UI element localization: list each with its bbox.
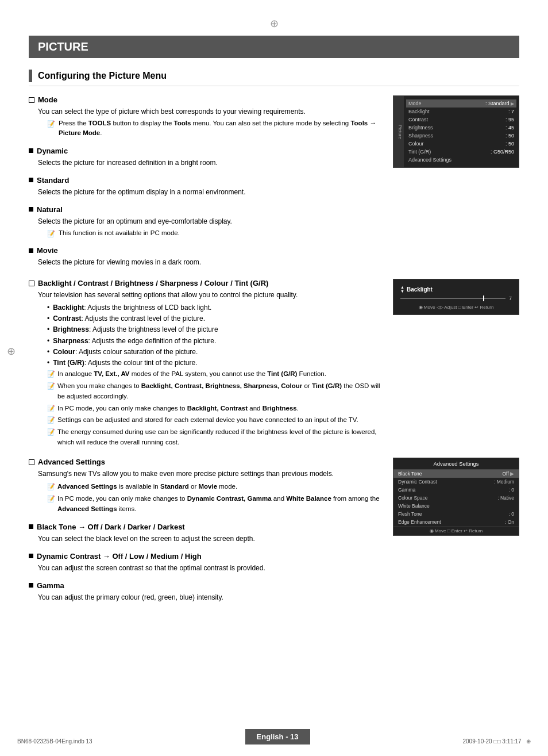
- dynamic-body: Selects the picture for increased defini…: [38, 158, 381, 168]
- bullet-sharpness: Sharpness: Adjusts the edge definition o…: [47, 336, 381, 347]
- adv-row-colour-space: Colour Space : Native: [393, 494, 519, 502]
- advanced-notes: 📝 Advanced Settings is available in Stan…: [47, 481, 381, 514]
- adv-row-black-tone: Black Tone Off ▶: [393, 470, 519, 478]
- topic-mode: Mode You can select the type of picture …: [29, 95, 381, 139]
- section-title: Configuring the Picture Menu: [29, 70, 519, 86]
- tv-menu-backlight: Backlight : 7: [408, 108, 514, 116]
- natural-note: 📝 This function is not available in PC m…: [47, 228, 381, 239]
- backlight-slider-col: ▲ ▼ Backlight 7 ◉ Move ◁▷ Adjust □ Enter…: [393, 279, 519, 455]
- advanced-body: Samsung's new TVs allow you to make even…: [38, 469, 381, 514]
- footer-right: 2009-10-20 □□ 3:11:17 ⊕: [463, 738, 531, 745]
- backlight-body: Your television has several setting opti…: [38, 290, 381, 447]
- page-title: PICTURE: [29, 36, 519, 58]
- movie-heading: Movie: [29, 246, 381, 255]
- tv-menu-contrast: Contrast : 95: [408, 116, 514, 124]
- standard-body: Selects the picture for the optimum disp…: [38, 187, 381, 197]
- bullet-backlight: Backlight: Adjusts the brightness of LCD…: [47, 302, 381, 313]
- adv-row-edge: Edge Enhancement : On: [393, 518, 519, 526]
- natural-heading: Natural: [29, 205, 381, 214]
- backlight-text-col: Backlight / Contrast / Brightness / Shar…: [29, 279, 381, 455]
- topic-dynamic-contrast: Dynamic Contrast → Off / Low / Medium / …: [29, 552, 381, 573]
- black-tone-heading: Black Tone → Off / Dark / Darker / Darke…: [29, 523, 381, 531]
- mode-note: 📝 Press the TOOLS button to display the …: [47, 118, 381, 139]
- slider-bar-row: 7: [400, 296, 512, 301]
- backlight-slider-screenshot: ▲ ▼ Backlight 7 ◉ Move ◁▷ Adjust □ Enter…: [393, 279, 519, 315]
- advanced-text-col: Advanced Settings Samsung's new TVs allo…: [29, 458, 381, 610]
- backlight-notes: 📝 In analogue TV, Ext., AV modes of the …: [47, 369, 381, 447]
- slider-value: 7: [509, 296, 512, 301]
- topic-gamma: Gamma You can adjust the primary colour …: [29, 581, 381, 603]
- tv-menu-advanced: Advanced Settings: [408, 156, 514, 164]
- square-icon-standard: [29, 178, 33, 182]
- tv-menu-sharpness: Sharpness : 50: [408, 132, 514, 140]
- checkbox-icon-backlight: [29, 281, 34, 286]
- standard-heading: Standard: [29, 176, 381, 185]
- section-title-text: Configuring the Picture Menu: [38, 71, 167, 81]
- square-icon-movie: [29, 248, 33, 253]
- page-footer: BN68-02325B-04Eng.indb 13 English - 13 2…: [0, 729, 548, 745]
- mode-body: You can select the type of picture which…: [38, 106, 381, 139]
- backlight-section: Backlight / Contrast / Brightness / Shar…: [29, 279, 519, 455]
- tv-menu-inner: Picture Mode : Standard ▶ Backlight : 7 …: [393, 96, 519, 167]
- advanced-heading: Advanced Settings: [29, 458, 381, 466]
- square-icon-natural: [29, 207, 33, 212]
- tv-menu-tint: Tint (G/R) : G50/R50: [408, 148, 514, 156]
- slider-footer: ◉ Move ◁▷ Adjust □ Enter ↩ Return: [400, 305, 512, 310]
- tv-menu-sidebar: Picture: [393, 96, 404, 167]
- checkbox-icon-advanced: [29, 459, 34, 465]
- adv-row-flesh-tone: Flesh Tone : 0: [393, 510, 519, 518]
- black-tone-body: You can select the black level on the sc…: [38, 534, 381, 544]
- slider-thumb: [483, 296, 484, 301]
- note-pc-advanced: 📝 In PC mode, you can only make changes …: [47, 493, 381, 515]
- image-column-top: Picture Mode : Standard ▶ Backlight : 7 …: [393, 95, 519, 275]
- footer-center: English - 13: [92, 729, 463, 745]
- square-icon-dynamic-contrast: [29, 554, 33, 558]
- slider-bar: [400, 298, 505, 299]
- note-icon-natural: 📝: [47, 229, 55, 239]
- tv-menu-mode-row: Mode : Standard ▶: [406, 99, 516, 108]
- tv-menu-content: Mode : Standard ▶ Backlight : 7 Contrast…: [404, 96, 519, 167]
- slider-arrows: ▲ ▼: [400, 285, 404, 293]
- tv-menu-colour: Colour : 50: [408, 140, 514, 148]
- gamma-heading: Gamma: [29, 581, 381, 590]
- dynamic-contrast-heading: Dynamic Contrast → Off / Low / Medium / …: [29, 552, 381, 561]
- content-area: Mode You can select the type of picture …: [29, 95, 519, 275]
- natural-body: Selects the picture for an optimum and e…: [38, 216, 381, 239]
- adv-row-gamma: Gamma : 0: [393, 486, 519, 494]
- topic-natural: Natural Selects the picture for an optim…: [29, 205, 381, 239]
- bullet-brightness: Brightness: Adjusts the brightness level…: [47, 324, 381, 335]
- slider-title-row: ▲ ▼ Backlight: [400, 285, 512, 293]
- note-osd: 📝 When you make changes to Backlight, Co…: [47, 381, 381, 402]
- topic-dynamic: Dynamic Selects the picture for increase…: [29, 147, 381, 168]
- left-cross-decoration: ⊕: [7, 345, 16, 358]
- backlight-bullets: Backlight: Adjusts the brightness of LCD…: [47, 302, 381, 369]
- note-pc-backlight: 📝 In PC mode, you can only make changes …: [47, 403, 381, 414]
- backlight-heading: Backlight / Contrast / Brightness / Shar…: [29, 279, 381, 287]
- square-icon-dynamic: [29, 148, 33, 153]
- mode-heading: Mode: [29, 95, 381, 104]
- top-cross-decoration: ⊕: [29, 17, 519, 30]
- bullet-tint: Tint (G/R): Adjusts the colour tint of t…: [47, 358, 381, 369]
- footer-badge: English - 13: [245, 729, 310, 745]
- topic-standard: Standard Selects the picture for the opt…: [29, 176, 381, 197]
- adv-row-white-balance: White Balance: [393, 502, 519, 510]
- page-container: ⊕ PICTURE Configuring the Picture Menu M…: [0, 0, 548, 756]
- dynamic-heading: Dynamic: [29, 147, 381, 155]
- square-icon-gamma: [29, 583, 33, 588]
- checkbox-icon-mode: [29, 97, 34, 103]
- bullet-colour: Colour: Adjusts colour saturation of the…: [47, 347, 381, 358]
- note-icon: 📝: [47, 119, 55, 129]
- topic-movie: Movie Selects the picture for viewing mo…: [29, 246, 381, 267]
- topic-black-tone: Black Tone → Off / Dark / Darker / Darke…: [29, 523, 381, 544]
- section-title-bar: [29, 70, 32, 82]
- movie-body: Selects the picture for viewing movies i…: [38, 257, 381, 267]
- advanced-settings-screenshot: Advanced Settings Black Tone Off ▶ Dynam…: [393, 458, 519, 536]
- bullet-contrast: Contrast: Adjusts the contrast level of …: [47, 313, 381, 324]
- gamma-body: You can adjust the primary colour (red, …: [38, 592, 381, 603]
- note-energy: 📝 The energy consumed during use can be …: [47, 427, 381, 448]
- footer-left: BN68-02325B-04Eng.indb 13: [17, 738, 92, 745]
- slider-title: Backlight: [407, 286, 433, 293]
- topic-advanced: Advanced Settings Samsung's new TVs allo…: [29, 458, 381, 514]
- tv-menu-brightness: Brightness : 45: [408, 124, 514, 132]
- dynamic-contrast-body: You can adjust the screen contrast so th…: [38, 563, 381, 573]
